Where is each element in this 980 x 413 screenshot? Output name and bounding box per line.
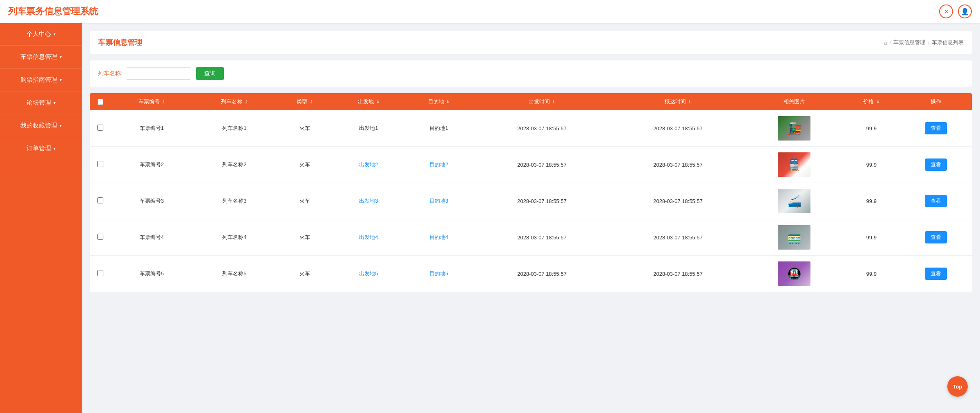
row-checkbox-2[interactable] [97, 161, 103, 167]
row-checkbox-cell [90, 219, 110, 256]
select-all-checkbox[interactable] [97, 99, 103, 105]
breadcrumb-ticket-management: 车票信息管理 [893, 39, 925, 46]
sort-icon-type[interactable]: ⇕ [310, 100, 313, 104]
row-price: 99.9 [843, 147, 900, 183]
sidebar-item-favorites-management[interactable]: 我的收藏管理 ▾ [0, 114, 82, 137]
sidebar-label-order-management: 订单管理 [27, 145, 51, 152]
view-button-4[interactable]: 查看 [925, 231, 947, 243]
row-action: 查看 [900, 256, 972, 292]
row-checkbox-cell [90, 183, 110, 219]
row-destination[interactable]: 目的地3 [404, 183, 474, 219]
header-actions: ✕ 👤 [939, 4, 972, 18]
row-price: 99.9 [843, 110, 900, 147]
row-checkbox-1[interactable] [97, 125, 103, 131]
view-button-3[interactable]: 查看 [925, 195, 947, 207]
page-title: 车票信息管理 [98, 38, 142, 47]
sidebar-label-guide-management: 购票指南管理 [20, 76, 57, 84]
header-image: 相关图片 [746, 93, 843, 110]
home-icon: ⌂ [884, 40, 887, 46]
table-row: 车票编号1 列车名称1 火车 出发地1 目的地1 2028-03-07 18:5… [90, 110, 972, 147]
row-ticket-no: 车票编号1 [110, 110, 193, 147]
sort-icon-arrive-time[interactable]: ⇕ [688, 100, 691, 104]
header-origin: 出发地 ⇕ [333, 93, 404, 110]
sidebar-item-ticket-management[interactable]: 车票信息管理 ▾ [0, 46, 82, 69]
sort-icon-price[interactable]: ⇕ [876, 100, 880, 104]
row-destination: 目的地1 [404, 110, 474, 147]
row-origin[interactable]: 出发地4 [333, 219, 404, 256]
sort-icon-depart-time[interactable]: ⇕ [552, 100, 555, 104]
user-button[interactable]: 👤 [958, 4, 972, 18]
row-destination[interactable]: 目的地5 [404, 256, 474, 292]
row-checkbox-cell [90, 256, 110, 292]
back-to-top-button[interactable]: Top [947, 376, 968, 397]
row-origin[interactable]: 出发地2 [333, 147, 404, 183]
search-label: 列车名称 [98, 70, 121, 77]
tickets-table: 车票编号 ⇕ 列车名称 ⇕ 类型 ⇕ 出发地 ⇕ [90, 93, 972, 292]
sort-icon-destination[interactable]: ⇕ [446, 100, 449, 104]
sidebar-label-forum-management: 论坛管理 [27, 99, 51, 107]
train-image-4 [778, 225, 810, 250]
row-type: 火车 [276, 219, 333, 256]
row-action: 查看 [900, 110, 972, 147]
view-button-2[interactable]: 查看 [925, 159, 947, 171]
sort-icon-ticket-no[interactable]: ⇕ [162, 100, 165, 104]
header-train-name: 列车名称 ⇕ [193, 93, 276, 110]
row-checkbox-3[interactable] [97, 197, 103, 203]
chevron-down-icon-forum: ▾ [54, 100, 56, 105]
sidebar-label-personal-center: 个人中心 [27, 30, 51, 38]
row-arrive-time: 2028-03-07 18:55:57 [610, 256, 746, 292]
row-depart-time: 2028-03-07 18:55:57 [474, 110, 610, 147]
row-price: 99.9 [843, 219, 900, 256]
row-destination[interactable]: 目的地4 [404, 219, 474, 256]
sidebar-item-guide-management[interactable]: 购票指南管理 ▾ [0, 69, 82, 92]
view-button-5[interactable]: 查看 [925, 268, 947, 280]
row-arrive-time: 2028-03-07 18:55:57 [610, 147, 746, 183]
row-arrive-time: 2028-03-07 18:55:57 [610, 110, 746, 147]
row-type: 火车 [276, 183, 333, 219]
close-icon: ✕ [944, 8, 949, 16]
sidebar-item-personal-center[interactable]: 个人中心 ▾ [0, 23, 82, 46]
row-checkbox-5[interactable] [97, 270, 103, 276]
sidebar-label-ticket-management: 车票信息管理 [20, 53, 57, 61]
row-train-name: 列车名称1 [193, 110, 276, 147]
row-ticket-no: 车票编号2 [110, 147, 193, 183]
chevron-down-icon-ticket: ▾ [60, 55, 62, 59]
row-origin[interactable]: 出发地5 [333, 256, 404, 292]
table-row: 车票编号5 列车名称5 火车 出发地5 目的地5 2028-03-07 18:5… [90, 256, 972, 292]
search-input[interactable] [126, 67, 191, 80]
user-icon: 👤 [961, 8, 969, 16]
row-destination[interactable]: 目的地2 [404, 147, 474, 183]
row-ticket-no: 车票编号5 [110, 256, 193, 292]
row-train-name: 列车名称5 [193, 256, 276, 292]
row-origin[interactable]: 出发地3 [333, 183, 404, 219]
sidebar-item-forum-management[interactable]: 论坛管理 ▾ [0, 92, 82, 114]
search-bar: 列车名称 查询 [90, 60, 972, 87]
sidebar: 个人中心 ▾ 车票信息管理 ▾ 购票指南管理 ▾ 论坛管理 ▾ 我的收藏管理 ▾… [0, 23, 82, 413]
sort-icon-train-name[interactable]: ⇕ [245, 100, 248, 104]
table-row: 车票编号2 列车名称2 火车 出发地2 目的地2 2028-03-07 18:5… [90, 147, 972, 183]
breadcrumb-sep2: / [928, 40, 929, 46]
header-checkbox-col [90, 93, 110, 110]
row-arrive-time: 2028-03-07 18:55:57 [610, 183, 746, 219]
chevron-down-icon-order: ▾ [54, 146, 56, 151]
row-image-cell [746, 147, 843, 183]
table-container: 车票编号 ⇕ 列车名称 ⇕ 类型 ⇕ 出发地 ⇕ [90, 93, 972, 292]
train-image-1 [778, 116, 810, 141]
sort-icon-origin[interactable]: ⇕ [376, 100, 379, 104]
view-button-1[interactable]: 查看 [925, 122, 947, 134]
row-origin: 出发地1 [333, 110, 404, 147]
header-arrive-time: 抵达时间 ⇕ [610, 93, 746, 110]
row-depart-time: 2028-03-07 18:55:57 [474, 256, 610, 292]
row-action: 查看 [900, 219, 972, 256]
app-title: 列车票务信息管理系统 [8, 5, 98, 18]
row-checkbox-4[interactable] [97, 234, 103, 240]
sidebar-item-order-management[interactable]: 订单管理 ▾ [0, 137, 82, 160]
row-checkbox-cell [90, 147, 110, 183]
row-type: 火车 [276, 256, 333, 292]
search-button[interactable]: 查询 [196, 67, 224, 80]
row-price: 99.9 [843, 183, 900, 219]
close-button[interactable]: ✕ [939, 4, 953, 18]
header-depart-time: 出发时间 ⇕ [474, 93, 610, 110]
breadcrumb-sep1: / [890, 40, 891, 46]
row-arrive-time: 2028-03-07 18:55:57 [610, 219, 746, 256]
